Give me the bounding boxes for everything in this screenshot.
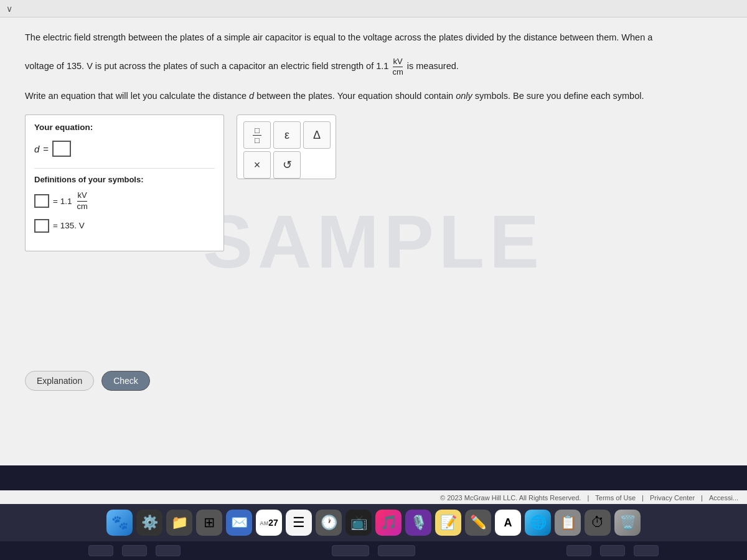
- separator1: |: [587, 494, 589, 502]
- equation-row: d =: [34, 138, 215, 159]
- definition-row-2: = 135. V: [34, 219, 215, 233]
- def1-fraction: kV cm: [77, 190, 87, 211]
- accessibility-link[interactable]: Accessi...: [709, 494, 738, 502]
- keyboard-center: [332, 545, 415, 556]
- d-label: d: [34, 144, 39, 154]
- separator3: |: [701, 494, 703, 502]
- problem-text-line1: The electric field strength between the …: [25, 30, 722, 45]
- dock-slant[interactable]: ✏️: [465, 510, 491, 536]
- terms-link[interactable]: Terms of Use: [595, 494, 636, 502]
- key-2: [122, 545, 147, 556]
- your-equation-box: Your equation: d = Definitions of your s…: [25, 114, 224, 251]
- key-3: [156, 545, 181, 556]
- equation-input[interactable]: [52, 141, 71, 157]
- equation-box-title: Your equation:: [34, 123, 215, 132]
- dock-mail[interactable]: ✉️: [226, 510, 252, 536]
- dock-tv[interactable]: 📺: [345, 510, 372, 536]
- keyboard-area: [0, 541, 747, 560]
- variable-d: d: [249, 91, 256, 101]
- dock-cal[interactable]: AM 27: [256, 510, 282, 536]
- copyright-text: © 2023 McGraw Hill LLC. All Rights Reser…: [440, 494, 581, 502]
- footer-bar: © 2023 McGraw Hill LLC. All Rights Reser…: [0, 490, 747, 504]
- chevron-down-icon: ∨: [6, 4, 12, 14]
- privacy-link[interactable]: Privacy Center: [650, 494, 695, 502]
- dock-reminders[interactable]: ☰: [286, 510, 312, 536]
- dock-files[interactable]: 📁: [166, 510, 192, 536]
- fraction-button[interactable]: □ □: [243, 121, 271, 149]
- main-page-area: SAMPLE The electric field strength betwe…: [0, 17, 747, 465]
- equation-area: Your equation: d = Definitions of your s…: [25, 114, 722, 251]
- separator2: |: [642, 494, 644, 502]
- key-4: [332, 545, 369, 556]
- dock-clock[interactable]: 🕐: [316, 510, 342, 536]
- key-5: [378, 545, 415, 556]
- dock-a[interactable]: A: [495, 510, 521, 536]
- dock-area: 🐾 ⚙️ 📁 ⊞ ✉️ AM 27 ☰ 🕐 📺 🎵 🎙️ 📝 ✏️ A 🌐 📋 …: [0, 504, 747, 541]
- action-buttons: Explanation Check: [25, 371, 150, 391]
- dock-finder[interactable]: 🐾: [106, 510, 133, 536]
- delta-button[interactable]: Δ: [303, 121, 331, 149]
- check-button[interactable]: Check: [101, 371, 150, 391]
- dock-grid[interactable]: ⊞: [196, 510, 222, 536]
- key-8: [634, 545, 659, 556]
- dock-trash[interactable]: 🗑️: [614, 510, 641, 536]
- multiply-button[interactable]: ×: [243, 151, 271, 179]
- content-inner: The electric field strength between the …: [0, 17, 747, 264]
- undo-button[interactable]: ↺: [273, 151, 301, 179]
- dock-music[interactable]: 🎵: [375, 510, 402, 536]
- key-6: [566, 545, 591, 556]
- epsilon-button[interactable]: ε: [273, 121, 301, 149]
- dock-notes[interactable]: 📝: [435, 510, 461, 536]
- dock-podcast[interactable]: 🎙️: [405, 510, 431, 536]
- problem-text-line2: voltage of 135. V is put across the plat…: [25, 57, 722, 77]
- dock-extra1[interactable]: ⏱: [585, 510, 611, 536]
- keyboard-right: [566, 545, 659, 556]
- dock-translate[interactable]: 🌐: [525, 510, 551, 536]
- dock-launchpad[interactable]: ⚙️: [136, 510, 162, 536]
- fraction-display: kV cm: [392, 57, 403, 77]
- keyboard-left: [88, 545, 181, 556]
- browser-chrome: ∨: [0, 0, 747, 17]
- problem-instruction: Write an equation that will let you calc…: [25, 88, 722, 104]
- definition-row-1: = 1.1 kV cm: [34, 190, 215, 211]
- explanation-button[interactable]: Explanation: [25, 371, 94, 391]
- palette-empty: [303, 151, 331, 179]
- def2-symbol-input[interactable]: [34, 219, 49, 233]
- dock-clipboard[interactable]: 📋: [555, 510, 581, 536]
- def1-symbol-input[interactable]: [34, 194, 49, 208]
- symbol-palette: □ □ ε Δ × ↺: [237, 114, 336, 179]
- key-7: [600, 545, 625, 556]
- key-1: [88, 545, 113, 556]
- only-emphasis: only: [456, 91, 475, 101]
- definitions-title: Definitions of your symbols:: [34, 168, 215, 184]
